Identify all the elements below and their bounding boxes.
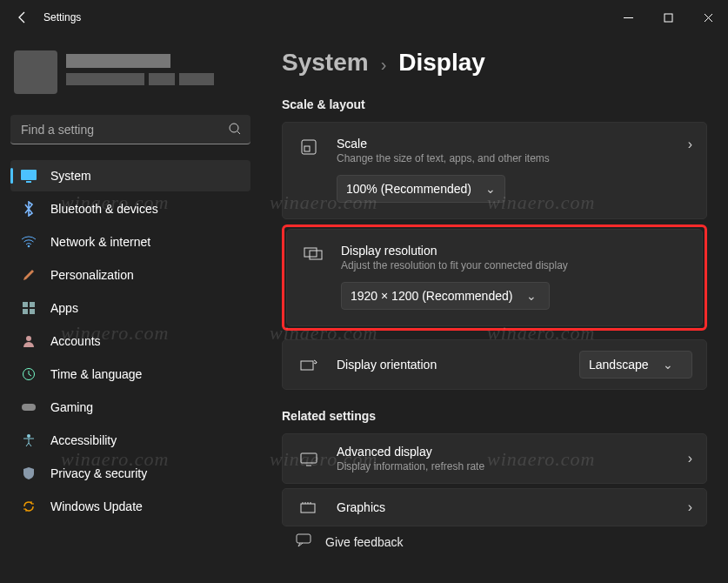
minimize-button[interactable]	[608, 0, 648, 35]
svg-point-4	[28, 245, 30, 248]
svg-rect-0	[665, 14, 672, 22]
card-scale[interactable]: Scale Change the size of text, apps, and…	[282, 122, 707, 219]
back-button[interactable]	[7, 2, 38, 33]
chevron-right-icon: ›	[688, 137, 692, 152]
svg-rect-16	[310, 251, 322, 259]
update-icon	[19, 497, 38, 516]
card-subtitle: Change the size of text, apps, and other…	[337, 152, 688, 164]
svg-rect-11	[22, 404, 36, 411]
svg-rect-6	[30, 302, 35, 307]
link-label: Give feedback	[325, 535, 404, 549]
close-icon	[704, 13, 713, 23]
card-title: Advanced display	[337, 445, 688, 459]
chevron-right-icon: ›	[688, 499, 692, 515]
close-button[interactable]	[688, 0, 728, 35]
svg-rect-15	[304, 248, 317, 257]
nav-item-accessibility[interactable]: Accessibility	[10, 425, 250, 456]
nav-item-update[interactable]: Windows Update	[10, 491, 250, 522]
orientation-icon	[297, 358, 321, 373]
resolution-dropdown[interactable]: 1920 × 1200 (Recommended) ⌄	[341, 282, 550, 310]
scale-dropdown[interactable]: 100% (Recommended) ⌄	[337, 175, 505, 203]
dropdown-value: Landscape	[589, 358, 649, 372]
nav-label: Accessibility	[50, 433, 117, 447]
svg-rect-14	[304, 146, 310, 151]
card-resolution[interactable]: Display resolution Adjust the resolution…	[286, 229, 703, 326]
give-feedback-link[interactable]: Give feedback	[282, 533, 707, 551]
search-input[interactable]	[10, 115, 250, 144]
chevron-right-icon: ›	[381, 55, 387, 75]
nav-item-gaming[interactable]: Gaming	[10, 392, 250, 423]
svg-point-9	[26, 336, 31, 341]
main-content: System › Display Scale & layout Scale Ch…	[261, 35, 728, 583]
card-orientation[interactable]: Display orientation Landscape ⌄	[282, 339, 707, 390]
window-controls	[608, 0, 728, 35]
nav-item-network[interactable]: Network & internet	[10, 226, 250, 258]
svg-rect-13	[302, 140, 316, 154]
gaming-icon	[19, 398, 38, 417]
nav: System Bluetooth & devices Network & int…	[10, 160, 250, 522]
nav-label: Personalization	[50, 268, 134, 282]
nav-label: Privacy & security	[50, 466, 147, 480]
user-account-block[interactable]	[14, 47, 250, 99]
chevron-down-icon: ⌄	[485, 182, 496, 196]
chevron-right-icon: ›	[688, 451, 692, 466]
svg-point-1	[230, 124, 238, 132]
chevron-down-icon: ⌄	[526, 289, 537, 303]
nav-label: Network & internet	[50, 235, 150, 249]
chevron-down-icon: ⌄	[663, 358, 673, 372]
svg-rect-3	[26, 181, 31, 183]
brush-icon	[19, 265, 38, 285]
nav-label: Time & language	[50, 367, 142, 381]
orientation-dropdown[interactable]: Landscape ⌄	[579, 351, 692, 379]
bluetooth-icon	[19, 199, 38, 218]
wifi-icon	[19, 232, 38, 251]
nav-label: System	[50, 169, 91, 183]
graphics-icon	[297, 501, 321, 515]
window-title: Settings	[43, 11, 81, 23]
apps-icon	[19, 298, 38, 318]
titlebar: Settings	[0, 0, 728, 35]
feedback-icon	[296, 533, 311, 551]
card-graphics[interactable]: Graphics ›	[282, 488, 707, 526]
maximize-icon	[664, 13, 673, 23]
nav-label: Windows Update	[50, 499, 143, 513]
shield-icon	[19, 464, 38, 483]
card-title: Display orientation	[337, 358, 579, 372]
breadcrumb: System › Display	[282, 49, 707, 77]
card-title: Scale	[337, 137, 688, 151]
breadcrumb-root[interactable]: System	[282, 49, 369, 77]
svg-rect-17	[301, 361, 313, 370]
svg-rect-7	[23, 309, 28, 314]
svg-rect-2	[21, 170, 37, 180]
svg-rect-20	[297, 534, 311, 543]
highlight-box: Display resolution Adjust the resolution…	[282, 224, 707, 331]
dropdown-value: 100% (Recommended)	[346, 182, 471, 196]
nav-label: Apps	[50, 301, 78, 315]
nav-label: Gaming	[50, 400, 93, 414]
nav-label: Accounts	[50, 334, 101, 348]
clock-icon	[19, 365, 38, 384]
accessibility-icon	[19, 431, 38, 450]
nav-item-privacy[interactable]: Privacy & security	[10, 458, 250, 489]
breadcrumb-current: Display	[398, 49, 485, 77]
card-title: Graphics	[337, 500, 688, 514]
minimize-icon	[624, 13, 633, 23]
display-icon	[19, 166, 38, 185]
card-subtitle: Adjust the resolution to fit your connec…	[341, 259, 688, 271]
svg-rect-8	[30, 309, 35, 314]
nav-item-time[interactable]: Time & language	[10, 359, 250, 390]
nav-item-personalization[interactable]: Personalization	[10, 259, 250, 291]
monitor-icon	[297, 452, 321, 466]
nav-item-apps[interactable]: Apps	[10, 292, 250, 324]
person-icon	[19, 332, 38, 351]
card-advanced-display[interactable]: Advanced display Display information, re…	[282, 433, 707, 484]
nav-item-accounts[interactable]: Accounts	[10, 325, 250, 357]
svg-rect-19	[301, 504, 315, 513]
svg-rect-18	[301, 453, 317, 463]
svg-rect-5	[23, 302, 28, 307]
nav-item-system[interactable]: System	[10, 160, 250, 191]
search-container	[10, 115, 250, 144]
maximize-button[interactable]	[648, 0, 688, 35]
nav-item-bluetooth[interactable]: Bluetooth & devices	[10, 193, 250, 224]
scale-icon	[297, 138, 321, 156]
